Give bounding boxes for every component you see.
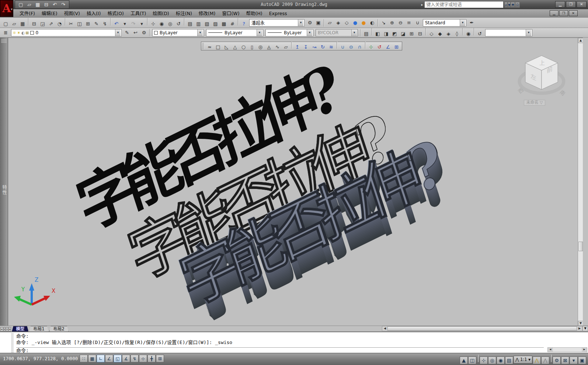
left-view-icon[interactable]: ◩	[391, 30, 399, 38]
properties-palette-label[interactable]: 特性	[1, 185, 7, 195]
union-icon[interactable]: ∪	[339, 43, 347, 51]
3d-array-icon[interactable]: ⊞	[393, 43, 400, 51]
scroll-down-icon[interactable]: ▼	[578, 321, 583, 326]
planar-surface-icon[interactable]: ▱	[282, 43, 290, 51]
block-editor-icon[interactable]: ↯	[101, 20, 109, 28]
markup-set-manager-icon[interactable]: ▩	[220, 20, 228, 28]
scroll-left-icon[interactable]: ◀	[382, 326, 387, 331]
otrack-toggle[interactable]: ∡	[122, 355, 130, 362]
right-view-icon[interactable]: ◪	[399, 30, 407, 38]
undo-icon[interactable]: ↶	[112, 20, 120, 28]
remove-leader-icon[interactable]: ⊖	[397, 19, 404, 27]
menu-draw[interactable]: 绘图(D)	[149, 10, 172, 17]
dyn-toggle[interactable]: ⊹	[139, 355, 147, 362]
quick-properties-toggle[interactable]: ⊞	[156, 355, 164, 362]
se-isometric-icon[interactable]: ◆	[436, 30, 444, 38]
horizontal-scroll-thumb[interactable]	[387, 326, 577, 331]
torus-icon[interactable]: ◎	[257, 43, 264, 51]
3d-move-icon[interactable]: ↺	[376, 43, 383, 51]
plot-icon[interactable]: ⊟	[30, 20, 38, 28]
chevron-down-icon[interactable]: ▾	[115, 29, 121, 36]
polar-toggle[interactable]: ∠	[105, 355, 113, 362]
clean-screen-icon[interactable]: ▣	[578, 357, 586, 364]
doc-restore-button[interactable]: ❐	[559, 10, 568, 16]
chevron-down-icon[interactable]: ▾	[528, 357, 530, 362]
vertical-scroll-thumb[interactable]	[578, 242, 583, 251]
ortho-toggle[interactable]: ∟	[97, 355, 105, 362]
scroll-up-icon[interactable]: ▲	[578, 38, 583, 43]
ne-isometric-icon[interactable]: ◈	[445, 30, 452, 38]
cursor-coordinates[interactable]: 1700.0637, 977.2128, 0.0000	[3, 356, 78, 361]
make-object-layer-current-icon[interactable]: ✎	[123, 29, 131, 36]
back-view-icon[interactable]: ⊟	[416, 30, 424, 38]
qat-plot-icon[interactable]: ⊟	[42, 1, 50, 8]
help-icon[interactable]: ?	[240, 20, 248, 28]
designcenter-icon[interactable]: ▥	[195, 20, 202, 28]
3d-hidden-icon[interactable]: ◇	[343, 19, 351, 27]
pan-tool-icon[interactable]: ⊹	[480, 357, 488, 364]
palette-grip[interactable]	[1, 39, 7, 43]
front-view-icon[interactable]: ⊞	[408, 30, 415, 38]
qat-undo-icon[interactable]: ↶	[51, 1, 59, 8]
tab-layout1[interactable]: 布局1	[29, 326, 48, 331]
bottom-view-icon[interactable]: ◨	[382, 30, 390, 38]
redo-icon[interactable]: ↷	[129, 20, 137, 28]
polysolid-icon[interactable]: ≈	[206, 43, 213, 51]
command-window-grip[interactable]	[11, 333, 14, 352]
tab-next-icon[interactable]: ›	[6, 327, 8, 331]
workspace-settings-gear-icon[interactable]: ⚙	[306, 19, 314, 27]
command-scrollbar[interactable]: ◀ ▶	[547, 347, 587, 352]
properties-icon[interactable]: ▤	[186, 20, 194, 28]
sweep-icon[interactable]: ↝	[310, 43, 318, 51]
save-icon[interactable]: ▦	[19, 20, 27, 28]
annotation-scale-control[interactable]: ⋀ 1:1 ▾	[514, 356, 532, 364]
interference-check-icon[interactable]: ⊹	[367, 43, 375, 51]
chevron-down-icon[interactable]: ▾	[460, 20, 465, 26]
scroll-right-icon[interactable]: ▶	[577, 326, 582, 331]
create-camera-icon[interactable]: ◉	[465, 30, 472, 38]
tab-first-icon[interactable]: «	[0, 327, 3, 331]
named-views-icon[interactable]: ▤	[362, 30, 370, 38]
workspace-dropdown[interactable]: 潘超永 ▾	[249, 19, 305, 27]
redo-dropdown-icon[interactable]: ▾	[138, 20, 146, 28]
menu-file[interactable]: 文件(F)	[16, 10, 38, 17]
plot-preview-icon[interactable]: ◲	[39, 20, 46, 28]
quickcalc-icon[interactable]: #	[229, 20, 236, 28]
multileader-style-manager-icon[interactable]: ✒	[468, 19, 476, 27]
paste-icon[interactable]: ⊞	[84, 20, 92, 28]
top-view-icon[interactable]: ◧	[374, 30, 382, 38]
search-icon[interactable]: ⌕	[504, 2, 508, 8]
layout-space-button[interactable]: ◫	[468, 357, 476, 364]
manage-visual-styles-icon[interactable]: ◐	[368, 19, 376, 27]
3d-dwf-icon[interactable]: ◔	[56, 20, 63, 28]
doc-close-button[interactable]: ✕	[569, 10, 578, 16]
menu-edit[interactable]: 编辑(E)	[38, 10, 61, 17]
realistic-icon[interactable]: ●	[351, 19, 359, 27]
favorites-star-icon[interactable]: ☆	[515, 2, 520, 8]
3d-align-icon[interactable]: ∠	[384, 43, 392, 51]
zoom-window-icon[interactable]: ◎	[166, 20, 174, 28]
wedge-icon[interactable]: ◺	[223, 43, 230, 51]
qat-open-icon[interactable]: ▱	[25, 1, 33, 8]
menu-dimension[interactable]: 标注(N)	[173, 10, 195, 17]
command-input-line[interactable]: 命令:	[16, 347, 544, 353]
collect-leaders-icon[interactable]: ∪	[414, 19, 421, 27]
3d-wireframe-icon[interactable]: ◈	[334, 19, 342, 27]
qat-new-icon[interactable]: ▢	[17, 1, 25, 8]
menu-window[interactable]: 窗口(W)	[219, 10, 243, 17]
chevron-down-icon[interactable]: ▾	[298, 20, 303, 26]
conceptual-icon[interactable]: ●	[360, 19, 368, 27]
vertical-scrollbar[interactable]: ▲ ▼	[578, 38, 583, 326]
pyramid-icon[interactable]: ◬	[265, 43, 273, 51]
undo-dropdown-icon[interactable]: ▾	[121, 20, 129, 28]
tool-palettes-icon[interactable]: ▧	[203, 20, 211, 28]
nw-isometric-icon[interactable]: ◊	[453, 30, 461, 38]
steering-wheel-icon[interactable]: ◉	[497, 357, 505, 364]
revolve-icon[interactable]: ↻	[319, 43, 327, 51]
chevron-down-icon[interactable]: ▾	[197, 29, 203, 36]
workspace-switch-gear-icon[interactable]: ⚙	[553, 357, 561, 364]
show-motion-icon[interactable]: ▤	[505, 357, 513, 364]
qat-redo-icon[interactable]: ↷	[59, 1, 67, 8]
zoom-tool-icon[interactable]: ◎	[488, 357, 496, 364]
linetype-dropdown[interactable]: ByLayer ▾	[206, 29, 263, 36]
